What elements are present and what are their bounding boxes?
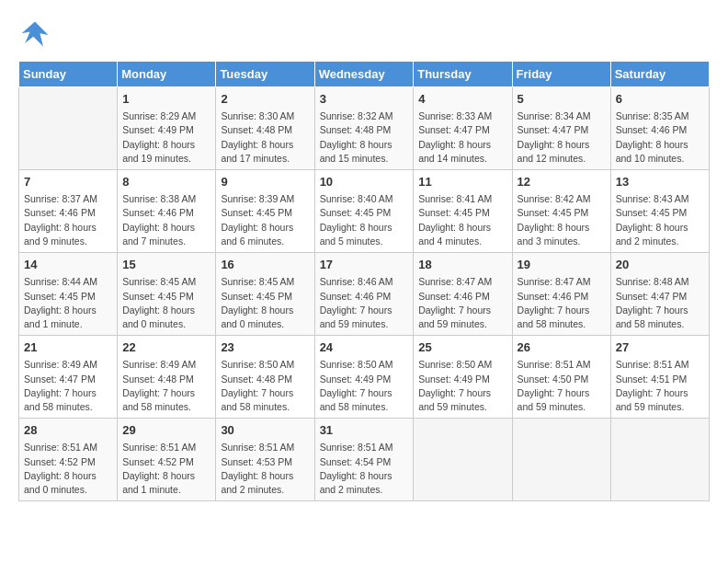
day-number: 3 [320,91,409,108]
weekday-header: Monday [118,62,216,87]
day-number: 8 [122,174,210,190]
calendar-cell: 23Sunrise: 8:50 AM Sunset: 4:48 PM Dayli… [216,336,314,419]
calendar-cell: 3Sunrise: 8:32 AM Sunset: 4:48 PM Daylig… [314,87,414,170]
day-number: 23 [221,339,309,356]
weekday-header: Friday [512,62,610,87]
calendar-cell: 17Sunrise: 8:46 AM Sunset: 4:46 PM Dayli… [314,253,414,336]
cell-content: Sunrise: 8:43 AM Sunset: 4:45 PM Dayligh… [616,192,704,248]
calendar-week-row: 14Sunrise: 8:44 AM Sunset: 4:45 PM Dayli… [19,253,710,336]
calendar-cell: 21Sunrise: 8:49 AM Sunset: 4:47 PM Dayli… [19,336,118,419]
day-number: 15 [122,257,210,273]
calendar-cell: 30Sunrise: 8:51 AM Sunset: 4:53 PM Dayli… [216,419,314,501]
day-number: 30 [221,422,309,439]
calendar-cell: 5Sunrise: 8:34 AM Sunset: 4:47 PM Daylig… [512,87,610,170]
cell-content: Sunrise: 8:47 AM Sunset: 4:46 PM Dayligh… [418,275,506,331]
calendar-cell: 16Sunrise: 8:45 AM Sunset: 4:45 PM Dayli… [216,253,314,336]
day-number: 6 [616,91,704,108]
calendar-cell [414,419,512,501]
day-number: 14 [24,257,112,273]
calendar-cell: 14Sunrise: 8:44 AM Sunset: 4:45 PM Dayli… [19,253,118,336]
svg-marker-0 [22,22,49,47]
cell-content: Sunrise: 8:51 AM Sunset: 4:50 PM Dayligh… [518,358,606,414]
calendar-cell: 15Sunrise: 8:45 AM Sunset: 4:45 PM Dayli… [118,253,216,336]
day-number: 13 [616,174,704,190]
cell-content: Sunrise: 8:38 AM Sunset: 4:46 PM Dayligh… [122,192,210,248]
calendar-cell: 29Sunrise: 8:51 AM Sunset: 4:52 PM Dayli… [118,419,216,501]
cell-content: Sunrise: 8:51 AM Sunset: 4:52 PM Dayligh… [122,441,210,497]
logo-icon [18,18,51,52]
cell-content: Sunrise: 8:46 AM Sunset: 4:46 PM Dayligh… [320,275,409,331]
calendar-cell: 8Sunrise: 8:38 AM Sunset: 4:46 PM Daylig… [118,170,216,253]
calendar-cell: 4Sunrise: 8:33 AM Sunset: 4:47 PM Daylig… [414,87,512,170]
day-number: 10 [320,174,409,190]
calendar-header: SundayMondayTuesdayWednesdayThursdayFrid… [19,62,710,87]
weekday-header: Saturday [610,62,709,87]
calendar-cell: 25Sunrise: 8:50 AM Sunset: 4:49 PM Dayli… [414,336,512,419]
cell-content: Sunrise: 8:42 AM Sunset: 4:45 PM Dayligh… [518,192,606,248]
day-number: 20 [616,257,704,273]
cell-content: Sunrise: 8:35 AM Sunset: 4:46 PM Dayligh… [616,109,704,166]
cell-content: Sunrise: 8:39 AM Sunset: 4:45 PM Dayligh… [221,192,309,248]
day-number: 28 [24,422,112,439]
cell-content: Sunrise: 8:45 AM Sunset: 4:45 PM Dayligh… [221,275,309,331]
day-number: 21 [24,339,112,356]
calendar-week-row: 7Sunrise: 8:37 AM Sunset: 4:46 PM Daylig… [19,170,710,253]
cell-content: Sunrise: 8:50 AM Sunset: 4:48 PM Dayligh… [221,358,309,414]
day-number: 26 [518,339,606,356]
cell-content: Sunrise: 8:34 AM Sunset: 4:47 PM Dayligh… [518,109,606,166]
page-header [18,18,710,52]
calendar-week-row: 1Sunrise: 8:29 AM Sunset: 4:49 PM Daylig… [19,87,710,170]
day-number: 16 [221,257,309,273]
calendar-cell: 2Sunrise: 8:30 AM Sunset: 4:48 PM Daylig… [216,87,314,170]
day-number: 19 [518,257,606,273]
cell-content: Sunrise: 8:51 AM Sunset: 4:54 PM Dayligh… [320,441,409,497]
calendar-cell: 1Sunrise: 8:29 AM Sunset: 4:49 PM Daylig… [118,87,216,170]
day-number: 12 [518,174,606,190]
calendar-cell: 9Sunrise: 8:39 AM Sunset: 4:45 PM Daylig… [216,170,314,253]
cell-content: Sunrise: 8:45 AM Sunset: 4:45 PM Dayligh… [122,275,210,331]
day-number: 31 [320,422,409,439]
calendar-cell [512,419,610,501]
calendar-cell: 22Sunrise: 8:49 AM Sunset: 4:48 PM Dayli… [118,336,216,419]
calendar-cell: 24Sunrise: 8:50 AM Sunset: 4:49 PM Dayli… [314,336,414,419]
calendar-cell: 31Sunrise: 8:51 AM Sunset: 4:54 PM Dayli… [314,419,414,501]
day-number: 25 [418,339,506,356]
logo [18,18,55,52]
day-number: 7 [24,174,112,190]
calendar-cell: 13Sunrise: 8:43 AM Sunset: 4:45 PM Dayli… [610,170,709,253]
cell-content: Sunrise: 8:32 AM Sunset: 4:48 PM Dayligh… [320,109,409,166]
cell-content: Sunrise: 8:51 AM Sunset: 4:51 PM Dayligh… [616,358,704,414]
day-number: 17 [320,257,409,273]
cell-content: Sunrise: 8:41 AM Sunset: 4:45 PM Dayligh… [418,192,506,248]
day-number: 27 [616,339,704,356]
day-number: 11 [418,174,506,190]
day-number: 9 [221,174,309,190]
cell-content: Sunrise: 8:50 AM Sunset: 4:49 PM Dayligh… [418,358,506,414]
calendar-cell: 6Sunrise: 8:35 AM Sunset: 4:46 PM Daylig… [610,87,709,170]
cell-content: Sunrise: 8:50 AM Sunset: 4:49 PM Dayligh… [320,358,409,414]
calendar-cell: 10Sunrise: 8:40 AM Sunset: 4:45 PM Dayli… [314,170,414,253]
weekday-header: Wednesday [314,62,414,87]
calendar-week-row: 28Sunrise: 8:51 AM Sunset: 4:52 PM Dayli… [19,419,710,501]
calendar-cell [19,87,118,170]
calendar-cell: 28Sunrise: 8:51 AM Sunset: 4:52 PM Dayli… [19,419,118,501]
day-number: 1 [122,91,210,108]
calendar-cell: 19Sunrise: 8:47 AM Sunset: 4:46 PM Dayli… [512,253,610,336]
calendar-table: SundayMondayTuesdayWednesdayThursdayFrid… [18,61,710,501]
cell-content: Sunrise: 8:29 AM Sunset: 4:49 PM Dayligh… [122,109,210,166]
day-number: 2 [221,91,309,108]
weekday-header: Sunday [19,62,118,87]
day-number: 24 [320,339,409,356]
day-number: 29 [122,422,210,439]
cell-content: Sunrise: 8:48 AM Sunset: 4:47 PM Dayligh… [616,275,704,331]
day-number: 5 [518,91,606,108]
calendar-week-row: 21Sunrise: 8:49 AM Sunset: 4:47 PM Dayli… [19,336,710,419]
weekday-header: Thursday [414,62,512,87]
calendar-cell [610,419,709,501]
weekday-header: Tuesday [216,62,314,87]
calendar-cell: 12Sunrise: 8:42 AM Sunset: 4:45 PM Dayli… [512,170,610,253]
day-number: 18 [418,257,506,273]
cell-content: Sunrise: 8:30 AM Sunset: 4:48 PM Dayligh… [221,109,309,166]
cell-content: Sunrise: 8:49 AM Sunset: 4:48 PM Dayligh… [122,358,210,414]
cell-content: Sunrise: 8:51 AM Sunset: 4:53 PM Dayligh… [221,441,309,497]
